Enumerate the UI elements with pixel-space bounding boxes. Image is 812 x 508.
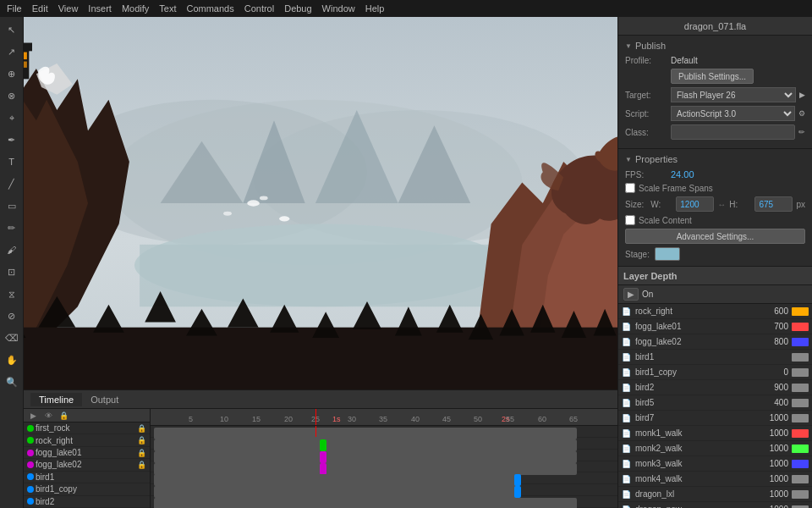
scale-frame-spans-label: Scale Frame Spans bbox=[639, 184, 713, 193]
script-select[interactable]: ActionScript 3.0 bbox=[671, 106, 795, 121]
frame-row-rock-right bbox=[151, 438, 617, 450]
3d-rotation-tool[interactable]: ⊗ bbox=[3, 86, 21, 105]
properties-triangle-icon: ▼ bbox=[625, 156, 632, 163]
advanced-settings-row: Advanced Settings... bbox=[625, 229, 805, 244]
layer-dot bbox=[27, 425, 34, 432]
depth-layer-name: monk4_walk bbox=[635, 474, 751, 483]
depth-value: 1000 bbox=[754, 428, 788, 438]
depth-layer-row[interactable]: 📄 dragon_lxl 1000 bbox=[618, 487, 812, 502]
layer-dot bbox=[27, 450, 34, 456]
menu-view[interactable]: View bbox=[58, 3, 79, 14]
depth-layer-row[interactable]: 📄 dragon_new 1000 bbox=[618, 502, 812, 508]
scale-frame-spans-checkbox[interactable] bbox=[625, 183, 635, 193]
playhead-ruler bbox=[315, 409, 316, 425]
depth-layer-row[interactable]: 📄 bird7 1000 bbox=[618, 411, 812, 426]
depth-layer-row[interactable]: 📄 fogg_lake01 700 bbox=[618, 319, 812, 334]
class-edit-icon[interactable]: ✏ bbox=[798, 128, 805, 136]
layer-name: bird1_copy bbox=[36, 484, 146, 494]
menu-window[interactable]: Window bbox=[322, 3, 355, 14]
target-select[interactable]: Flash Player 26 bbox=[671, 87, 796, 102]
free-transform-tool[interactable]: ⊕ bbox=[3, 64, 21, 83]
layer-icon: 📄 bbox=[622, 460, 632, 468]
depth-color-bar bbox=[792, 323, 809, 331]
layer-row[interactable]: fogg_lake01 🔒 bbox=[24, 447, 150, 459]
ink-bottle-tool[interactable]: ⊡ bbox=[3, 262, 21, 281]
tab-output[interactable]: Output bbox=[82, 393, 127, 406]
depth-layer-name: bird7 bbox=[635, 413, 751, 422]
pencil-tool[interactable]: ✏ bbox=[3, 218, 21, 237]
text-tool[interactable]: T bbox=[3, 152, 21, 171]
depth-layer-name: fogg_lake02 bbox=[635, 337, 751, 346]
selection-tool[interactable]: ↖ bbox=[3, 20, 21, 39]
layer-depth-film-icon[interactable]: ▶ bbox=[623, 288, 639, 301]
tab-timeline[interactable]: Timeline bbox=[30, 393, 82, 406]
layer-depth-title: Layer Depth bbox=[623, 271, 678, 281]
eraser-tool[interactable]: ⌫ bbox=[3, 329, 21, 347]
brush-tool[interactable]: 🖌 bbox=[3, 240, 21, 259]
depth-layer-row[interactable]: 📄 fogg_lake02 800 bbox=[618, 334, 812, 350]
timeline-layers: ▶ 👁 🔒 first_rock 🔒 rock_right 🔒 bbox=[24, 409, 151, 508]
depth-layer-row[interactable]: 📄 bird5 400 bbox=[618, 395, 812, 411]
layer-depth-panel: Layer Depth ▶ On 📄 rock_right 600 📄 fogg… bbox=[618, 267, 812, 508]
depth-layer-row[interactable]: 📄 bird2 900 bbox=[618, 380, 812, 395]
layer-row[interactable]: rock_right 🔒 bbox=[24, 434, 150, 446]
layer-dot bbox=[27, 498, 34, 505]
frame-row-fogg-lake01 bbox=[151, 450, 617, 461]
menu-commands[interactable]: Commands bbox=[186, 3, 233, 14]
layer-row[interactable]: bird2 bbox=[24, 496, 150, 508]
depth-layer-row[interactable]: 📄 monk4_walk 1000 bbox=[618, 472, 812, 487]
eyedropper-tool[interactable]: ⊘ bbox=[3, 306, 21, 325]
subselection-tool[interactable]: ↗ bbox=[3, 42, 21, 61]
layer-row[interactable]: bird1 bbox=[24, 472, 150, 483]
width-input[interactable] bbox=[676, 196, 714, 212]
depth-layer-name: dragon_new bbox=[635, 505, 751, 508]
menu-text[interactable]: Text bbox=[159, 3, 176, 14]
ruler-mark: 5 bbox=[189, 415, 193, 423]
pen-tool[interactable]: ✒ bbox=[3, 130, 21, 149]
depth-layer-row[interactable]: 📄 rock_right 600 bbox=[618, 304, 812, 319]
depth-value: 400 bbox=[754, 398, 788, 407]
publish-settings-button[interactable]: Publish Settings... bbox=[671, 69, 754, 84]
svg-rect-9 bbox=[140, 245, 502, 306]
menu-insert[interactable]: Insert bbox=[88, 3, 112, 14]
rectangle-tool[interactable]: ▭ bbox=[3, 196, 21, 215]
zoom-tool[interactable]: 🔍 bbox=[3, 373, 21, 391]
depth-layer-row[interactable]: 📄 bird1_copy 0 bbox=[618, 365, 812, 380]
class-label: Class: bbox=[625, 128, 667, 137]
layer-row[interactable]: first_rock 🔒 bbox=[24, 422, 150, 434]
layer-dot bbox=[27, 461, 34, 468]
scale-content-label: Scale Content bbox=[639, 216, 692, 225]
layer-icon: 📄 bbox=[622, 384, 632, 392]
menu-edit[interactable]: Edit bbox=[32, 3, 48, 14]
layer-row[interactable]: fogg_lake02 🔒 bbox=[24, 459, 150, 471]
paint-bucket-tool[interactable]: ⧖ bbox=[3, 284, 21, 303]
menu-file[interactable]: File bbox=[7, 3, 22, 14]
hand-tool[interactable]: ✋ bbox=[3, 351, 21, 369]
menu-debug[interactable]: Debug bbox=[284, 3, 311, 14]
depth-layer-row[interactable]: 📄 monk3_walk 1000 bbox=[618, 456, 812, 472]
menu-modify[interactable]: Modify bbox=[122, 3, 149, 14]
depth-layer-row[interactable]: 📄 monk1_walk 1000 bbox=[618, 426, 812, 441]
advanced-settings-button[interactable]: Advanced Settings... bbox=[625, 229, 805, 244]
menu-control[interactable]: Control bbox=[244, 3, 274, 14]
menu-help[interactable]: Help bbox=[365, 3, 385, 14]
layer-icon: 📄 bbox=[622, 323, 632, 331]
script-row: Script: ActionScript 3.0 ⚙ bbox=[625, 106, 805, 121]
lasso-tool[interactable]: ⌖ bbox=[3, 108, 21, 127]
class-input[interactable] bbox=[671, 124, 795, 140]
ruler-mark: 30 bbox=[348, 415, 356, 423]
layer-icon: 📄 bbox=[622, 505, 632, 509]
scene-svg bbox=[24, 17, 617, 389]
depth-layer-name: bird1 bbox=[635, 352, 751, 362]
depth-layer-name: bird2 bbox=[635, 383, 751, 392]
height-input[interactable] bbox=[754, 196, 793, 212]
depth-layer-row[interactable]: 📄 bird1 bbox=[618, 350, 812, 365]
stage-color-swatch[interactable] bbox=[655, 247, 680, 261]
svg-point-23 bbox=[247, 200, 260, 206]
properties-section: ▼ Properties FPS: 24.00 Scale Frame Span… bbox=[618, 149, 812, 267]
layer-row[interactable]: bird1_copy bbox=[24, 483, 150, 495]
line-tool[interactable]: ╱ bbox=[3, 174, 21, 193]
scale-content-checkbox[interactable] bbox=[625, 215, 635, 225]
depth-layer-row[interactable]: 📄 monk2_walk 1000 bbox=[618, 441, 812, 456]
depth-layer-name: monk3_walk bbox=[635, 459, 751, 468]
